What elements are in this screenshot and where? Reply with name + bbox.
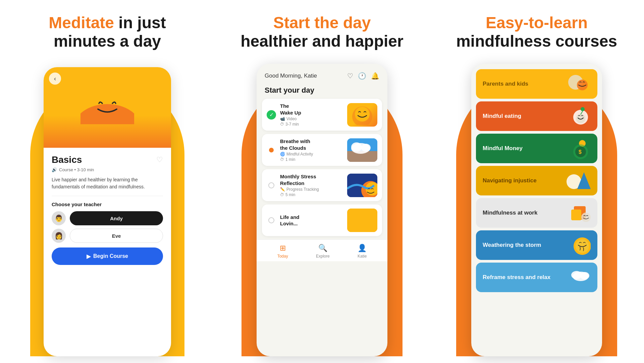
panel1-title-highlight: Meditate xyxy=(49,14,114,32)
course-card-storm[interactable]: Weathering the storm xyxy=(476,230,597,260)
course-card-parents[interactable]: Parents and kids xyxy=(476,69,597,99)
nav-explore[interactable]: 🔍 Explore xyxy=(316,244,330,259)
svg-point-16 xyxy=(581,107,585,111)
course-card-money[interactable]: Mindful Money $ xyxy=(476,134,597,163)
svg-point-6 xyxy=(351,142,362,152)
phone-mockup-3: Parents and kids Mindful eating xyxy=(471,64,602,356)
wakeup-illustration xyxy=(351,105,374,125)
panel3-title: Easy-to-learn mindfulness courses xyxy=(456,13,617,50)
phone2-nav: ⊞ Today 🔍 Explore 👤 Katie xyxy=(257,239,387,261)
mindful-icon: 🌀 xyxy=(280,152,285,156)
course-label-storm: Weathering the storm xyxy=(483,242,541,248)
teacher-andy-button[interactable]: Andy xyxy=(70,211,163,225)
activity-thumb-stress xyxy=(347,174,377,197)
course-title: Basics xyxy=(52,154,82,165)
activity-thumb-life xyxy=(347,209,377,232)
svg-point-15 xyxy=(576,114,585,123)
course-label-eating: Mindful eating xyxy=(483,113,521,120)
course-thumb-injustice xyxy=(564,169,591,193)
course-label-parents: Parents and kids xyxy=(483,81,528,87)
activity-sub-breathe: 🌀 Mindful Activity xyxy=(280,152,343,156)
panel1-phone-wrapper: ‹ Basics ♡ 🔊 xyxy=(10,60,205,356)
activity-name-wakeup: TheWake Up xyxy=(280,103,343,116)
status-done-icon: ✓ xyxy=(267,110,276,120)
activity-info-breathe: Breathe withthe Clouds 🌀 Mindful Activit… xyxy=(280,138,343,162)
course-type-icon: 🔊 xyxy=(52,167,57,172)
panel-start-day: Start the day healthier and happier Good… xyxy=(215,0,429,363)
activity-thumb-breathe xyxy=(347,138,377,162)
today-icon: ⊞ xyxy=(280,244,286,253)
course-label-work: Mindfulness at work xyxy=(483,210,537,216)
svg-point-28 xyxy=(576,239,589,253)
history-icon[interactable]: 🕐 xyxy=(358,72,366,80)
course-list: Parents and kids Mindful eating xyxy=(471,64,602,298)
teacher-andy-row: 👨 Andy xyxy=(52,211,163,225)
choose-teacher-label: Choose your teacher xyxy=(52,201,163,207)
eating-illustration xyxy=(564,104,591,128)
course-card-eating[interactable]: Mindful eating xyxy=(476,101,597,131)
clock-icon: ⏱ xyxy=(280,122,284,127)
heart-icon[interactable]: ♡ xyxy=(156,155,163,164)
breathe-illustration xyxy=(347,138,377,162)
nav-explore-label: Explore xyxy=(316,254,330,259)
course-description: Live happier and healthier by learning t… xyxy=(52,176,163,190)
thumb-stress-bg xyxy=(347,174,377,197)
begin-course-button[interactable]: ▶ Begin Course xyxy=(52,247,163,265)
status-empty-icon xyxy=(268,182,274,188)
life-illustration xyxy=(347,209,377,232)
activity-name-life: Life andLovin... xyxy=(280,214,343,227)
status-empty-icon-2 xyxy=(268,217,274,223)
greeting-text: Good Morning, Katie xyxy=(265,73,317,79)
course-card-injustice[interactable]: Navigating injustice xyxy=(476,166,597,195)
panel3-phone-wrapper: Parents and kids Mindful eating xyxy=(439,60,634,356)
activity-duration-breathe: ⏱ 1 min xyxy=(280,157,343,162)
phone-mockup-2: Good Morning, Katie ♡ 🕐 🔔 Start your day… xyxy=(257,64,387,356)
activity-thumb-wakeup xyxy=(347,103,377,127)
back-button[interactable]: ‹ xyxy=(49,73,61,85)
section-label: Start your day xyxy=(257,83,387,99)
profile-icon: 👤 xyxy=(358,244,367,253)
panel-courses: Easy-to-learn mindfulness courses Parent… xyxy=(429,0,644,363)
nav-today[interactable]: ⊞ Today xyxy=(277,244,288,259)
course-card-work[interactable]: Mindfulness at work xyxy=(476,198,597,228)
reframe-illustration xyxy=(564,266,591,289)
activity-list: ✓ TheWake Up 📹 Video ⏱ 3-7 min xyxy=(257,99,387,236)
nav-profile-label: Katie xyxy=(358,254,367,259)
activity-card-life[interactable]: Life andLovin... xyxy=(262,205,382,236)
panel2-title-rest: healthier and happier xyxy=(240,32,403,50)
course-thumb-reframe xyxy=(564,265,591,289)
course-card-reframe[interactable]: Reframe stress and relax xyxy=(476,263,597,292)
course-thumb-storm xyxy=(564,233,591,257)
panel2-title: Start the day healthier and happier xyxy=(240,13,403,50)
phone2-header: Good Morning, Katie ♡ 🕐 🔔 xyxy=(257,64,387,83)
svg-rect-11 xyxy=(347,209,377,232)
header-icons: ♡ 🕐 🔔 xyxy=(347,72,379,80)
nav-today-label: Today xyxy=(277,254,288,259)
svg-point-0 xyxy=(80,104,134,124)
course-title-row: Basics ♡ xyxy=(52,154,163,165)
course-thumb-eating xyxy=(564,104,591,128)
bell-icon[interactable]: 🔔 xyxy=(371,72,379,80)
teacher-eve-button[interactable]: Eve xyxy=(70,229,163,243)
svg-text:$: $ xyxy=(579,149,582,155)
avatar-eve: 👩 xyxy=(52,229,66,243)
activity-info-life: Life andLovin... xyxy=(280,214,343,227)
storm-illustration xyxy=(564,233,591,257)
course-thumb-work xyxy=(564,201,591,225)
phone1-body: Basics ♡ 🔊 Course • 3-10 min Live happie… xyxy=(44,148,171,272)
stress-illustration xyxy=(347,174,377,197)
activity-card-breathe[interactable]: Breathe withthe Clouds 🌀 Mindful Activit… xyxy=(262,134,382,166)
panel-meditate: Meditate in justminutes a day ‹ xyxy=(0,0,215,363)
course-label-reframe: Reframe stress and relax xyxy=(483,274,550,281)
activity-card-stress[interactable]: Monthly StressReflection ✏️ Progress Tra… xyxy=(262,169,382,201)
nav-profile[interactable]: 👤 Katie xyxy=(358,244,367,259)
injustice-illustration xyxy=(564,169,591,192)
svg-point-2 xyxy=(355,107,370,122)
play-icon: ▶ xyxy=(87,253,91,260)
avatar-andy: 👨 xyxy=(52,211,66,225)
course-meta: 🔊 Course • 3-10 min xyxy=(52,167,163,172)
parents-illustration xyxy=(564,72,591,96)
svg-rect-25 xyxy=(571,210,581,220)
heart-nav-icon[interactable]: ♡ xyxy=(347,72,353,80)
activity-card-wakeup[interactable]: ✓ TheWake Up 📹 Video ⏱ 3-7 min xyxy=(262,99,382,131)
